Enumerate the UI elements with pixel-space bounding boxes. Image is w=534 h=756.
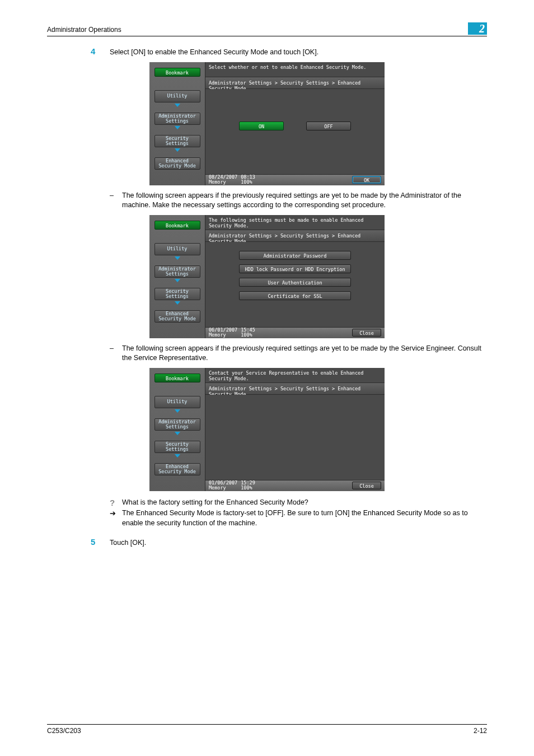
panel-message: The following settings must be made to e… <box>205 215 385 230</box>
bookmark-button[interactable]: Bookmark <box>154 221 200 230</box>
step-text: Select [ON] to enable the Enhanced Secur… <box>110 46 318 58</box>
panel-status-bar: 06/01/2007 Memory 15:45 100% Close <box>205 327 385 338</box>
step-number: 5 <box>91 537 110 548</box>
status-memory-label: Memory <box>209 180 237 185</box>
header-title: Administrator Operations <box>47 26 121 35</box>
status-memory-label: Memory <box>209 333 237 338</box>
status-memory-label: Memory <box>209 486 237 491</box>
sub-note-1: – The following screen appears if the pr… <box>110 191 487 211</box>
chapter-badge: 2 <box>468 22 487 35</box>
arrow-down-icon <box>175 148 180 152</box>
crumb-utility[interactable]: Utility <box>154 90 200 102</box>
crumb-security[interactable]: Security Settings <box>154 441 200 453</box>
bookmark-button[interactable]: Bookmark <box>154 374 200 382</box>
panel-breadcrumb: Administrator Settings > Security Settin… <box>205 382 385 395</box>
sub-note-2: – The following screen appears if the pr… <box>110 344 487 363</box>
close-button[interactable]: Close <box>352 329 381 337</box>
bullet: – <box>110 344 122 363</box>
step-5: 5 Touch [OK]. <box>91 537 487 548</box>
status-memory-value: 100% <box>241 333 255 338</box>
setting-user-auth[interactable]: User Authentication <box>239 278 351 287</box>
crumb-security[interactable]: Security Settings <box>154 135 200 147</box>
sub-text: The following screen appears if the prev… <box>122 191 487 211</box>
page-header: Administrator Operations 2 <box>47 22 487 35</box>
arrow-down-icon <box>175 409 180 413</box>
arrow-down-icon <box>175 301 180 305</box>
setting-ssl-cert[interactable]: Certificate for SSL <box>239 291 351 300</box>
status-memory-value: 100% <box>241 180 255 185</box>
bullet: – <box>110 191 122 211</box>
crumb-enhanced[interactable]: Enhanced Security Mode <box>154 310 200 323</box>
page-footer: C253/C203 2-12 <box>47 724 487 735</box>
bookmark-button[interactable]: Bookmark <box>154 68 200 77</box>
arrow-down-icon <box>175 454 180 458</box>
panel-sidebar: Bookmark Utility Administrator Settings … <box>149 368 205 491</box>
footer-model: C253/C203 <box>47 727 81 735</box>
panel-message: Select whether or not to enable Enhanced… <box>205 62 385 77</box>
arrow-down-icon <box>175 126 180 129</box>
crumb-enhanced[interactable]: Enhanced Security Mode <box>154 157 200 170</box>
crumb-enhanced[interactable]: Enhanced Security Mode <box>154 463 200 475</box>
arrow-right-icon: ➔ <box>110 508 122 528</box>
device-panel-2: Bookmark Utility Administrator Settings … <box>149 215 385 338</box>
question-text: What is the factory setting for the Enha… <box>122 498 487 508</box>
crumb-utility[interactable]: Utility <box>154 243 200 255</box>
device-panel-1: Bookmark Utility Administrator Settings … <box>149 62 385 185</box>
step-4: 4 Select [ON] to enable the Enhanced Sec… <box>91 46 487 58</box>
answer-text: The Enhanced Security Mode is factory-se… <box>122 508 487 528</box>
arrow-down-icon <box>175 256 180 260</box>
close-button[interactable]: Close <box>352 482 381 489</box>
crumb-admin[interactable]: Administrator Settings <box>154 265 200 278</box>
step-number: 4 <box>91 46 110 58</box>
panel-sidebar: Bookmark Utility Administrator Settings … <box>149 62 205 185</box>
arrow-down-icon <box>175 432 180 435</box>
crumb-security[interactable]: Security Settings <box>154 288 200 300</box>
panel-breadcrumb: Administrator Settings > Security Settin… <box>205 77 385 89</box>
device-panel-3: Bookmark Utility Administrator Settings … <box>149 368 385 491</box>
question-row: ? What is the factory setting for the En… <box>110 498 487 508</box>
setting-admin-password[interactable]: Administrator Password <box>239 251 351 260</box>
footer-page: 2-12 <box>474 727 487 735</box>
panel-status-bar: 08/24/2007 Memory 08:13 100% OK <box>205 174 385 185</box>
crumb-admin[interactable]: Administrator Settings <box>154 418 200 431</box>
step-text: Touch [OK]. <box>110 537 146 548</box>
panel-message: Contact your Service Representative to e… <box>205 368 385 382</box>
status-memory-value: 100% <box>241 486 255 491</box>
answer-row: ➔ The Enhanced Security Mode is factory-… <box>110 508 487 528</box>
panel-sidebar: Bookmark Utility Administrator Settings … <box>149 215 205 338</box>
crumb-utility[interactable]: Utility <box>154 396 200 408</box>
arrow-down-icon <box>175 279 180 282</box>
question-icon: ? <box>110 498 122 508</box>
arrow-down-icon <box>175 104 180 107</box>
header-rule <box>47 36 487 36</box>
panel-breadcrumb: Administrator Settings > Security Settin… <box>205 230 385 242</box>
sub-text: The following screen appears if the prev… <box>122 344 487 363</box>
crumb-admin[interactable]: Administrator Settings <box>154 113 200 125</box>
on-button[interactable]: ON <box>239 122 284 130</box>
setting-hdd-lock[interactable]: HDD lock Password or HDD Encryption <box>239 264 351 273</box>
panel-status-bar: 01/06/2007 Memory 15:29 100% Close <box>205 480 385 491</box>
off-button[interactable]: OFF <box>306 122 351 130</box>
ok-button[interactable]: OK <box>352 176 381 184</box>
